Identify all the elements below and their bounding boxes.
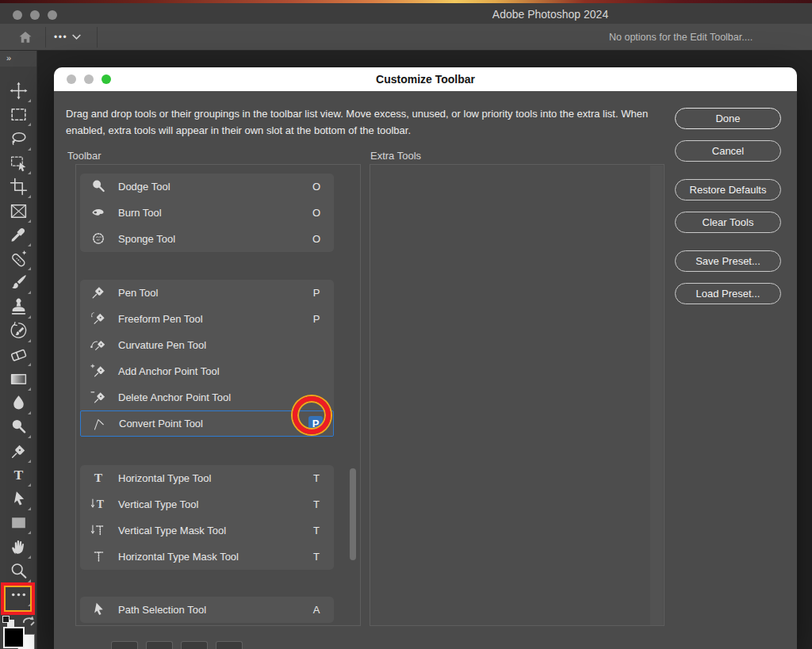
- collapse-toolbar-button[interactable]: »: [0, 51, 36, 67]
- toolbar-list-panel: Dodge ToolOBurn ToolOSponge ToolOPen Too…: [75, 164, 361, 626]
- tool-row[interactable]: Horizontal Type Mask ToolT: [80, 544, 334, 570]
- tool-label: Add Anchor Point Tool: [118, 365, 220, 377]
- home-icon[interactable]: [17, 29, 33, 45]
- rectangle-tool[interactable]: [9, 513, 29, 533]
- rectangular-marquee-tool[interactable]: [9, 105, 29, 124]
- sponge-icon: [90, 230, 107, 247]
- tool-row[interactable]: Burn ToolO: [80, 200, 334, 226]
- tool-row[interactable]: Add Anchor Point Tool: [80, 358, 334, 384]
- dialog-title: Customize Toolbar: [54, 73, 797, 86]
- tool-label: Curvature Pen Tool: [118, 339, 206, 351]
- zoom-tool[interactable]: [9, 561, 29, 581]
- history-brush-tool[interactable]: [9, 321, 29, 341]
- penadd-icon: [90, 362, 107, 380]
- blur-tool[interactable]: [9, 393, 29, 413]
- clear-tools-button[interactable]: Clear Tools: [675, 212, 781, 233]
- tool-row[interactable]: Curvature Pen Tool: [80, 332, 334, 358]
- show-tool-chip[interactable]: [181, 641, 208, 649]
- tool-group: Dodge ToolOBurn ToolOSponge ToolO: [80, 174, 334, 252]
- lasso-tool[interactable]: [9, 129, 29, 149]
- foreground-color-swatch[interactable]: [3, 627, 25, 648]
- tool-shortcut[interactable]: A: [308, 604, 324, 616]
- tool-label: Sponge Tool: [118, 233, 175, 245]
- pendel-icon: [90, 388, 107, 406]
- options-separator: [97, 27, 98, 48]
- tool-row[interactable]: Dodge ToolO: [80, 174, 334, 200]
- type-icon: T: [90, 469, 107, 487]
- tool-shortcut[interactable]: O: [308, 233, 324, 245]
- chevron-down-icon: [72, 34, 81, 40]
- svg-text:T: T: [97, 498, 104, 510]
- tool-row[interactable]: Freeform Pen ToolP: [80, 306, 334, 332]
- tool-label: Convert Point Tool: [119, 418, 203, 429]
- pen-icon: [90, 284, 107, 301]
- window-close-button[interactable]: [13, 10, 22, 20]
- brush-tool[interactable]: [9, 273, 29, 292]
- eraser-tool[interactable]: [9, 345, 29, 365]
- typemaskv-icon: [90, 521, 107, 539]
- tool-shortcut[interactable]: T: [308, 498, 324, 510]
- move-tool[interactable]: [9, 81, 29, 101]
- healing-brush-tool[interactable]: [9, 249, 29, 269]
- default-colors-icon[interactable]: [2, 616, 15, 628]
- tool-row[interactable]: Pen ToolP: [80, 280, 334, 306]
- show-tool-chip[interactable]: [216, 641, 243, 649]
- pencurv-icon: [90, 336, 107, 353]
- annotation-highlight-rect: [1, 582, 35, 615]
- save-preset-button[interactable]: Save Preset...: [675, 250, 781, 272]
- tool-row[interactable]: Sponge ToolO: [80, 226, 334, 252]
- options-separator: [45, 27, 46, 48]
- ellipsis-icon: •••: [54, 32, 67, 43]
- tool-row[interactable]: Path Selection ToolA: [80, 597, 334, 623]
- typemaskh-icon: [90, 548, 107, 565]
- tool-group: THorizontal Type ToolTTVertical Type Too…: [80, 465, 334, 570]
- tool-label: Delete Anchor Point Tool: [118, 391, 231, 403]
- burn-icon: [90, 204, 107, 221]
- gradient-tool[interactable]: [9, 369, 29, 389]
- cancel-button[interactable]: Cancel: [675, 140, 781, 162]
- extra-tools-panel-label: Extra Tools: [370, 150, 421, 162]
- tool-shortcut[interactable]: O: [308, 207, 324, 219]
- tool-label: Vertical Type Tool: [118, 498, 198, 510]
- done-button[interactable]: Done: [675, 108, 781, 129]
- tool-shortcut[interactable]: P: [308, 287, 324, 299]
- tool-row[interactable]: THorizontal Type ToolT: [80, 465, 334, 491]
- pen-tool[interactable]: [9, 441, 29, 461]
- clone-stamp-tool[interactable]: [9, 297, 29, 317]
- hand-tool[interactable]: [9, 537, 29, 557]
- crop-tool[interactable]: [9, 177, 29, 197]
- tool-strip: » T: [0, 51, 37, 649]
- tool-label: Vertical Type Mask Tool: [118, 525, 226, 536]
- tool-shortcut[interactable]: T: [308, 525, 324, 536]
- window-zoom-button[interactable]: [48, 10, 57, 20]
- scrollbar-thumb[interactable]: [350, 468, 356, 560]
- type-tool[interactable]: T: [9, 465, 29, 485]
- tool-shortcut[interactable]: O: [308, 181, 324, 193]
- tool-preset-picker[interactable]: •••: [54, 30, 92, 44]
- tool-shortcut[interactable]: P: [308, 313, 324, 325]
- annotation-highlight-circle: [293, 396, 331, 434]
- dodge-tool[interactable]: [9, 417, 29, 437]
- tool-label: Path Selection Tool: [118, 604, 206, 616]
- show-tool-chip[interactable]: [111, 641, 138, 649]
- load-preset-button[interactable]: Load Preset...: [675, 283, 781, 304]
- restore-defaults-button[interactable]: Restore Defaults: [675, 179, 781, 200]
- mini-foreground-swatch: [2, 616, 10, 623]
- window-minimize-button[interactable]: [30, 10, 40, 20]
- path-selection-tool[interactable]: [9, 489, 29, 509]
- swap-colors-icon[interactable]: [21, 613, 36, 628]
- eyedropper-tool[interactable]: [9, 225, 29, 245]
- show-tool-chip[interactable]: [146, 641, 173, 649]
- object-selection-tool[interactable]: [9, 153, 29, 173]
- tool-shortcut[interactable]: T: [308, 472, 324, 484]
- pathselect-icon: [90, 601, 107, 618]
- tool-label: Pen Tool: [118, 287, 158, 299]
- tool-label: Burn Tool: [118, 207, 162, 219]
- tool-row[interactable]: TVertical Type ToolT: [80, 491, 334, 517]
- tool-shortcut[interactable]: T: [308, 551, 324, 563]
- convert-icon: [90, 415, 108, 433]
- customize-toolbar-dialog: Customize Toolbar Drag and drop tools or…: [54, 67, 797, 649]
- frame-tool[interactable]: [9, 201, 29, 221]
- tool-label: Freeform Pen Tool: [118, 313, 203, 325]
- tool-row[interactable]: Vertical Type Mask ToolT: [80, 517, 334, 544]
